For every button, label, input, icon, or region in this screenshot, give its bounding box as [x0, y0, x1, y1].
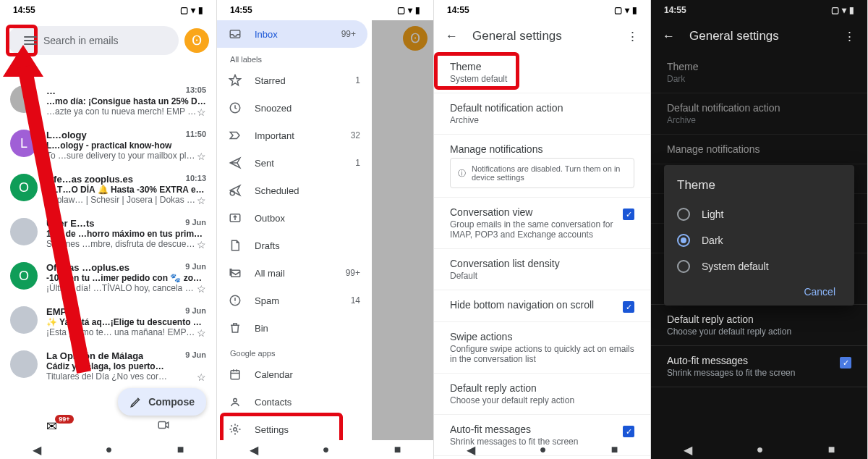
sent-icon [229, 156, 242, 169]
setting-swipe[interactable]: Swipe actionsConfigure swipe actions to … [434, 322, 650, 374]
radio-system-default[interactable]: System default [677, 253, 841, 279]
scheduled-icon [229, 184, 242, 197]
snooze-icon [229, 101, 242, 114]
setting-notif-action[interactable]: Default notification actionArchive [434, 93, 650, 135]
mail-tab[interactable]: ✉99+ [46, 418, 64, 434]
drawer-item-settings[interactable]: Settings [217, 416, 372, 440]
drawer-item-bin[interactable]: Bin [217, 314, 372, 342]
account-avatar[interactable]: ʘ [184, 28, 209, 53]
email-row[interactable]: LL…ology11:50L…ology - practical know-ho… [0, 124, 216, 168]
pencil-icon [129, 395, 142, 408]
svg-rect-5 [231, 270, 240, 277]
drawer-item-starred[interactable]: Starred1 [217, 67, 372, 94]
highlight-theme [434, 52, 519, 90]
notif-disabled-notice[interactable]: ⓘNotifications are disabled. Turn them o… [450, 158, 634, 188]
search-placeholder: Search in emails [43, 35, 119, 46]
panel-1: 14:55 ▢▾▮ Search in emails ʘ Inbox …13:0… [0, 0, 217, 459]
email-row[interactable]: Uber E…ts9 Jun10 € de …horro máximo en t… [0, 212, 216, 256]
status-icons: ▢▾▮ [180, 5, 203, 15]
star-icon [229, 74, 242, 87]
email-row[interactable]: …13:05…mo día: ¡Consigue hasta un 25% D…… [0, 80, 216, 124]
drawer-item-spam[interactable]: Spam14 [217, 287, 372, 314]
radio-dark[interactable]: Dark [677, 227, 841, 253]
scrim[interactable] [372, 20, 433, 440]
email-row[interactable]: EMP9 Jun✨ Ya está aq…¡Elige tu descuento… [0, 300, 216, 345]
panel-4: 14:55▢▾▮ ←General settings⋮ ThemeDark De… [651, 0, 868, 459]
calendar-icon [229, 368, 242, 381]
cancel-button[interactable]: Cancel [798, 282, 841, 302]
menu-button[interactable] [17, 28, 43, 54]
drawer-item-all-mail[interactable]: All mail99+ [217, 259, 372, 287]
nav-drawer: Inbox99+ All labels Starred1SnoozedImpor… [217, 20, 372, 440]
important-icon [229, 129, 242, 142]
panel-3: 14:55▢▾▮ ← General settings ⋮ ThemeSyste… [434, 0, 651, 459]
bin-icon [229, 321, 242, 334]
email-row[interactable]: OOfertas …oplus.es9 Jun-10% en tu …imer … [0, 256, 216, 300]
more-icon[interactable]: ⋮ [843, 29, 856, 44]
contacts-icon [229, 395, 242, 408]
panel-2: 14:55▢▾▮ ʘ Inbox99+ All labels Starred1S… [217, 0, 434, 459]
search-input[interactable]: Search in emails [7, 26, 179, 55]
dialog-title: Theme [677, 178, 841, 193]
svg-rect-0 [158, 422, 166, 429]
radio-light[interactable]: Light [677, 201, 841, 227]
inbox-section: Inbox [0, 61, 216, 80]
allmail-icon [229, 266, 242, 279]
outbox-icon [229, 211, 242, 224]
drawer-item-sent[interactable]: Sent1 [217, 149, 372, 177]
checkbox[interactable]: ✓ [623, 209, 634, 220]
drawer-item-contacts[interactable]: Contacts [217, 388, 372, 416]
status-bar: 14:55 ▢▾▮ [0, 0, 216, 20]
spam-icon [229, 294, 242, 307]
back-icon[interactable]: ← [663, 29, 675, 43]
inbox-icon [229, 28, 242, 41]
drawer-item-inbox[interactable]: Inbox99+ [217, 20, 367, 48]
drawer-item-scheduled[interactable]: Scheduled [217, 177, 372, 204]
drawer-item-drafts[interactable]: Drafts [217, 232, 372, 259]
setting-reply[interactable]: Default reply actionChoose your default … [434, 374, 650, 415]
svg-point-8 [234, 399, 237, 403]
drawer-item-important[interactable]: Important32 [217, 122, 372, 149]
titlebar: ← General settings ⋮ [434, 20, 650, 52]
time: 14:55 [13, 5, 35, 15]
drawer-item-snoozed[interactable]: Snoozed [217, 94, 372, 122]
compose-button[interactable]: Compose [118, 388, 206, 416]
back-icon[interactable]: ← [446, 29, 458, 43]
theme-dialog: Theme LightDarkSystem default Cancel [664, 165, 854, 306]
drawer-item-outbox[interactable]: Outbox [217, 204, 372, 232]
android-nav[interactable]: ◀●■ [0, 440, 216, 459]
svg-rect-7 [231, 371, 239, 379]
bottom-nav: ✉99+ [0, 413, 216, 440]
meet-tab[interactable] [157, 418, 170, 434]
drafts-icon [229, 239, 242, 252]
setting-manage-notif[interactable]: Manage notifications ⓘNotifications are … [434, 135, 650, 198]
setting-density[interactable]: Conversation list densityDefault [434, 249, 650, 290]
drawer-item-calendar[interactable]: Calendar [217, 361, 372, 388]
email-row[interactable]: La Opinión de Málaga9 JunCádiz y Málaga,… [0, 345, 216, 389]
page-title: General settings [472, 29, 562, 43]
email-row[interactable]: OOfe…as zooplus.es10:13ÚLT…O DÍA 🔔 Hasta… [0, 168, 216, 212]
more-icon[interactable]: ⋮ [626, 29, 639, 44]
